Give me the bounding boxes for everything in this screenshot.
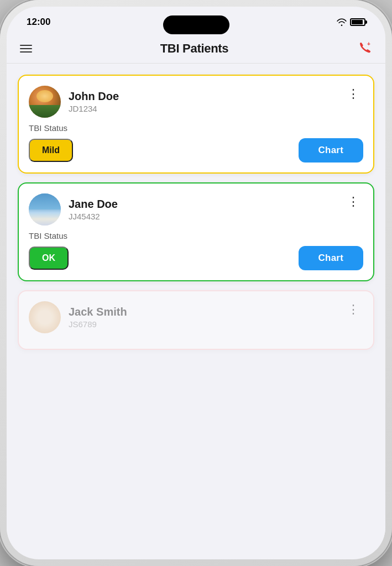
patient-card-john-doe: John Doe JD1234 ⋮ TBI Status Mild Chart xyxy=(18,75,374,174)
patient-id-2: JJ45432 xyxy=(69,212,118,221)
patient-name-group-1: John Doe JD1234 xyxy=(69,90,119,113)
patient-card-jane-doe: Jane Doe JJ45432 ⋮ TBI Status OK Chart xyxy=(18,182,374,281)
more-options-2[interactable]: ⋮ xyxy=(344,193,363,210)
app-header: TBI Patients + xyxy=(7,32,385,64)
tbi-status-label-1: TBI Status xyxy=(29,123,363,133)
add-phone-icon[interactable]: + xyxy=(357,41,372,56)
patient-id-1: JD1234 xyxy=(69,104,119,113)
patient-info-1: John Doe JD1234 xyxy=(29,86,119,118)
page-title: TBI Patients xyxy=(160,41,229,56)
chart-button-2[interactable]: Chart xyxy=(299,246,363,270)
status-badge-ok[interactable]: OK xyxy=(29,247,69,270)
card-header-row-1: John Doe JD1234 ⋮ xyxy=(29,86,363,118)
avatar-jack-smith xyxy=(29,301,61,333)
dynamic-island xyxy=(163,15,229,34)
patient-info-2: Jane Doe JJ45432 xyxy=(29,193,118,226)
status-icons xyxy=(337,18,365,26)
avatar-john-doe xyxy=(29,86,61,118)
phone-frame: 12:00 TBI Patients xyxy=(0,0,392,566)
card-actions-2: OK Chart xyxy=(29,246,363,270)
patient-info-3: Jack Smith JS6789 xyxy=(29,301,127,333)
status-badge-mild[interactable]: Mild xyxy=(29,139,73,162)
patient-name-2: Jane Doe xyxy=(69,198,118,211)
patient-name-3: Jack Smith xyxy=(69,306,127,318)
card-header-row-2: Jane Doe JJ45432 ⋮ xyxy=(29,193,363,226)
phone-screen: 12:00 TBI Patients xyxy=(7,7,385,559)
patient-name-group-3: Jack Smith JS6789 xyxy=(69,306,127,329)
patient-name-group-2: Jane Doe JJ45432 xyxy=(69,198,118,221)
battery-icon xyxy=(350,18,365,26)
patient-card-jack-smith: Jack Smith JS6789 ⋮ xyxy=(18,290,374,350)
hamburger-menu-icon[interactable] xyxy=(20,45,32,53)
tbi-status-label-2: TBI Status xyxy=(29,231,363,240)
wifi-icon xyxy=(337,18,347,26)
patient-id-3: JS6789 xyxy=(69,319,127,329)
status-time: 12:00 xyxy=(27,17,50,28)
svg-text:+: + xyxy=(367,41,370,47)
content-area: John Doe JD1234 ⋮ TBI Status Mild Chart xyxy=(7,64,385,550)
more-options-3[interactable]: ⋮ xyxy=(344,301,363,318)
patient-name-1: John Doe xyxy=(69,90,119,103)
more-options-1[interactable]: ⋮ xyxy=(344,86,363,102)
card-actions-1: Mild Chart xyxy=(29,138,363,163)
avatar-jane-doe xyxy=(29,193,61,226)
card-header-row-3: Jack Smith JS6789 ⋮ xyxy=(29,301,363,333)
chart-button-1[interactable]: Chart xyxy=(299,138,363,163)
